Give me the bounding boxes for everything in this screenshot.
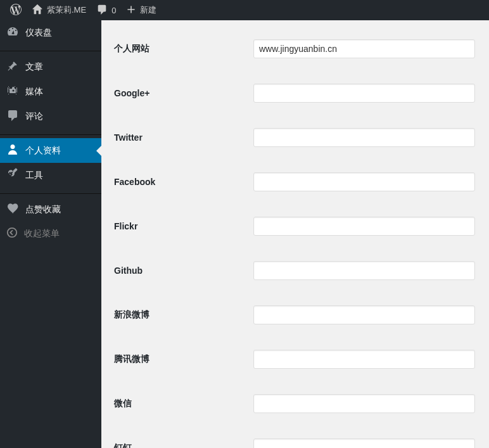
wordpress-icon: [10, 4, 22, 17]
facebook-input[interactable]: [253, 172, 475, 191]
field-googleplus: Google+: [114, 71, 476, 115]
field-flickr: Flickr: [114, 204, 476, 248]
comments-count: 0: [111, 6, 116, 15]
pin-icon: [6, 60, 19, 74]
field-label: Facebook: [114, 177, 253, 187]
sidebar-item-label: 点赞收藏: [25, 204, 61, 215]
comments-link[interactable]: 0: [91, 0, 121, 20]
sidebar-item-posts[interactable]: 文章: [0, 54, 101, 79]
menu-separator: [0, 191, 101, 194]
menu-separator: [0, 132, 101, 135]
sidebar-item-dashboard[interactable]: 仪表盘: [0, 20, 101, 45]
sidebar-item-label: 媒体: [25, 86, 43, 98]
field-label: Twitter: [114, 132, 253, 143]
dashboard-icon: [6, 25, 19, 40]
wechat-input[interactable]: [253, 394, 475, 413]
flickr-input[interactable]: [253, 217, 475, 236]
new-label: 新建: [140, 4, 156, 16]
field-dingtalk: 钉钉: [114, 426, 476, 448]
website-input[interactable]: [253, 39, 475, 58]
field-label: 微信: [114, 398, 253, 409]
github-input[interactable]: [253, 261, 475, 280]
sidebar-item-label: 评论: [25, 111, 43, 122]
sidebar-item-profile[interactable]: 个人资料: [0, 138, 101, 163]
field-website: 个人网站: [114, 27, 476, 71]
field-label: Flickr: [114, 221, 253, 231]
field-github: Github: [114, 248, 476, 293]
wp-logo-button[interactable]: [5, 0, 27, 20]
sidebar-item-label: 工具: [25, 170, 43, 181]
field-label: Github: [114, 266, 253, 276]
sidebar-item-tools[interactable]: 工具: [0, 163, 101, 188]
collapse-icon: [6, 227, 18, 240]
twitter-input[interactable]: [253, 128, 475, 147]
dingtalk-input[interactable]: [253, 438, 475, 448]
site-link[interactable]: 紫茉莉.ME: [27, 0, 91, 20]
field-weibo: 新浪微博: [114, 293, 476, 337]
sidebar-item-label: 收起菜单: [24, 228, 60, 240]
field-label: Google+: [114, 88, 253, 98]
menu-separator: [0, 48, 101, 51]
svg-point-0: [8, 228, 16, 237]
field-label: 新浪微博: [114, 309, 253, 321]
sidebar-item-label: 仪表盘: [25, 27, 52, 39]
plus-icon: [126, 4, 136, 16]
home-icon: [32, 4, 43, 17]
field-facebook: Facebook: [114, 160, 476, 204]
field-wechat: 微信: [114, 381, 476, 426]
field-label: 个人网站: [114, 43, 253, 54]
field-label: 钉钉: [114, 442, 253, 448]
googleplus-input[interactable]: [253, 84, 475, 103]
site-name: 紫茉莉.ME: [47, 4, 86, 16]
wrench-icon: [6, 168, 19, 182]
admin-toolbar: 紫茉莉.ME 0 新建: [0, 0, 489, 20]
user-icon: [6, 143, 19, 158]
tencent-weibo-input[interactable]: [253, 350, 475, 369]
comment-icon: [96, 4, 108, 17]
main-content: 个人网站 Google+ Twitter Facebook Flickr Git…: [101, 20, 489, 448]
comments-icon: [6, 109, 19, 124]
field-tencent-weibo: 腾讯微博: [114, 337, 476, 381]
field-twitter: Twitter: [114, 115, 476, 160]
new-button[interactable]: 新建: [121, 0, 162, 20]
admin-sidebar: 仪表盘 文章 媒体 评论 个人资料: [0, 20, 101, 448]
sidebar-item-label: 文章: [25, 61, 43, 73]
sidebar-item-label: 个人资料: [25, 145, 61, 157]
sidebar-item-comments[interactable]: 评论: [0, 104, 101, 129]
sidebar-item-media[interactable]: 媒体: [0, 79, 101, 104]
field-label: 腾讯微博: [114, 354, 253, 365]
heart-icon: [6, 202, 19, 217]
sidebar-item-likes[interactable]: 点赞收藏: [0, 197, 101, 222]
sina-weibo-input[interactable]: [253, 305, 475, 324]
sidebar-collapse-button[interactable]: 收起菜单: [0, 222, 101, 245]
media-icon: [6, 84, 19, 99]
